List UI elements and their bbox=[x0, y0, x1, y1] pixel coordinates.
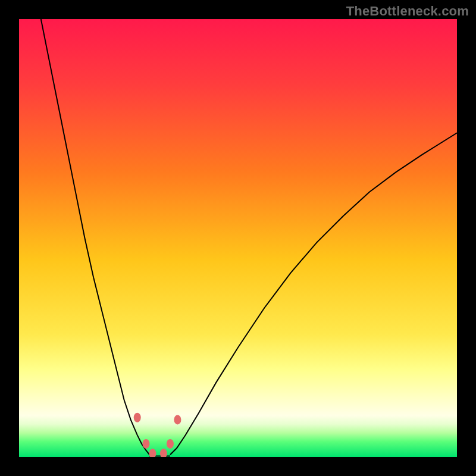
trough-marker bbox=[174, 415, 181, 424]
watermark-text: TheBottleneck.com bbox=[346, 4, 469, 19]
chart-frame: TheBottleneck.com bbox=[0, 0, 476, 476]
chart-canvas bbox=[19, 19, 457, 457]
trough-marker bbox=[167, 439, 174, 449]
trough-marker bbox=[134, 413, 141, 422]
trough-marker bbox=[142, 439, 149, 449]
